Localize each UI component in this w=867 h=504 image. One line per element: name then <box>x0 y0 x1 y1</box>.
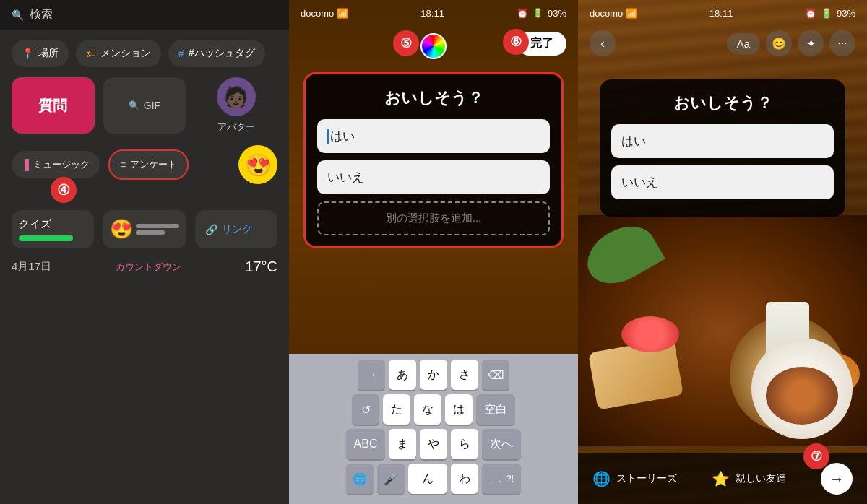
key-ha[interactable]: は <box>445 394 473 425</box>
wifi-icon: 📶 <box>337 8 348 19</box>
p3-battery-icon: 🔋 <box>821 8 832 19</box>
place-icon: 📍 <box>22 48 34 59</box>
place-sticker-btn[interactable]: 📍 場所 <box>12 40 69 67</box>
text-tool-btn[interactable]: Aa <box>727 33 760 54</box>
cursor <box>327 129 329 144</box>
more-tool-btn[interactable]: ··· <box>829 30 855 56</box>
music-label: ミュージック <box>33 158 90 171</box>
back-button[interactable]: ‹ <box>590 30 616 56</box>
alarm-icon: ⏰ <box>517 8 528 19</box>
effects-icon: ✦ <box>806 37 816 51</box>
date-label: 4月17日 <box>12 260 51 274</box>
question-label: 質問 <box>38 96 67 116</box>
stories-label: ストーリーズ <box>616 472 677 485</box>
poll-option2[interactable]: いいえ <box>317 160 550 194</box>
gif-label: GIF <box>144 100 160 111</box>
p3-time: 18:11 <box>709 8 733 19</box>
anketo-icon: ≡ <box>120 159 126 170</box>
poll-add-option[interactable]: 別の選択肢を追加... <box>317 201 550 235</box>
key-sa[interactable]: さ <box>451 360 478 390</box>
key-wa[interactable]: わ <box>451 464 478 494</box>
music-icon: ▐ <box>22 159 29 170</box>
poll-option2-text: いいえ <box>327 169 364 186</box>
key-next[interactable]: 次へ <box>482 429 521 459</box>
panel3-poll-question: おいしそう？ <box>611 92 834 114</box>
emoji-poll-sticker-btn[interactable]: 😍 <box>103 210 186 248</box>
key-na[interactable]: な <box>414 394 441 425</box>
star-icon: ⭐ <box>712 470 730 487</box>
hashtag-sticker-btn[interactable]: # #ハッシュタグ <box>168 40 265 67</box>
hashtag-icon: # <box>178 48 184 59</box>
mention-sticker-btn[interactable]: 🏷 メンション <box>76 40 161 67</box>
keyboard-row1: → あ か さ ⌫ <box>292 360 575 390</box>
poll-question: おいしそう？ <box>317 87 550 109</box>
effects-tool-btn[interactable]: ✦ <box>798 30 824 56</box>
key-delete[interactable]: ⌫ <box>482 360 509 390</box>
countdown-label: カウントダウン <box>116 261 181 274</box>
panel2-statusbar: docomo 📶 18:11 ⏰ 🔋 93% <box>289 0 578 26</box>
avatar-label: アバター <box>217 121 255 134</box>
send-arrow-icon: → <box>829 471 844 487</box>
send-btn[interactable]: → <box>821 463 853 495</box>
key-ta[interactable]: た <box>383 394 410 425</box>
panel3-poll-option2: いいえ <box>611 165 834 199</box>
poll-editor-box: おいしそう？ はい いいえ 別の選択肢を追加... <box>303 72 564 248</box>
food-on-plate <box>766 367 838 425</box>
key-ma[interactable]: ま <box>389 429 416 459</box>
battery-pct: 93% <box>548 8 566 19</box>
p3-wifi-icon: 📶 <box>626 8 637 19</box>
panel-poll-editor: docomo 📶 18:11 ⏰ 🔋 93% 完了 ⑤ ⑥ おいしそう？ はい <box>289 0 578 504</box>
food-tomato <box>621 316 679 352</box>
close-friends-label: 親しい友達 <box>736 472 786 485</box>
hashtag-label: #ハッシュタグ <box>189 47 255 60</box>
stories-btn[interactable]: 🌐 ストーリーズ <box>592 470 677 487</box>
quiz-sticker-btn[interactable]: クイズ <box>12 210 94 248</box>
avatar-sticker-btn[interactable]: 🧑🏿 アバター <box>194 77 277 134</box>
key-globe[interactable]: 🌐 <box>346 464 374 494</box>
key-ya[interactable]: や <box>420 429 447 459</box>
link-label: リンク <box>222 223 252 236</box>
emoji-bars <box>136 224 179 235</box>
carrier-label: docomo <box>301 8 334 19</box>
quiz-bar <box>19 235 73 241</box>
key-undo[interactable]: ↺ <box>352 394 379 425</box>
panel-sticker-picker: 🔍 検索 📍 場所 🏷 メンション # #ハッシュタグ 質問 🔍 GIF 🧑🏿 … <box>0 0 289 504</box>
food-leaf <box>578 215 665 295</box>
link-icon: 🔗 <box>205 224 217 235</box>
panel3-statusbar: docomo 📶 18:11 ⏰ 🔋 93% <box>578 0 867 26</box>
key-arrow[interactable]: → <box>358 360 385 390</box>
link-sticker-btn[interactable]: 🔗 リンク <box>195 210 277 248</box>
search-input[interactable]: 検索 <box>30 7 53 22</box>
emoji-poll-inner: 😍 <box>110 218 179 240</box>
place-label: 場所 <box>38 47 59 60</box>
key-punct[interactable]: 、。?! <box>482 464 521 494</box>
color-wheel-btn[interactable] <box>420 33 447 59</box>
poll-option1[interactable]: はい <box>317 119 550 153</box>
key-a[interactable]: あ <box>389 360 416 390</box>
key-abc[interactable]: ABC <box>346 429 385 459</box>
panel3-topbar: ‹ Aa 😊 ✦ ··· <box>578 26 867 61</box>
anketo-label: アンケート <box>130 158 177 171</box>
key-ra[interactable]: ら <box>451 429 478 459</box>
question-sticker-btn[interactable]: 質問 <box>12 77 95 134</box>
quiz-label: クイズ <box>19 217 87 231</box>
music-sticker-btn[interactable]: ▐ ミュージック <box>12 151 100 178</box>
step4-badge: ④ <box>51 177 77 203</box>
key-space[interactable]: 空白 <box>476 394 515 425</box>
close-friends-btn[interactable]: ⭐ 親しい友達 <box>712 470 786 487</box>
p3-toolbar: Aa 😊 ✦ ··· <box>727 30 855 56</box>
anketo-sticker-btn[interactable]: ≡ アンケート <box>108 149 189 180</box>
search-bar[interactable]: 🔍 検索 <box>0 0 289 30</box>
statusbar-right: ⏰ 🔋 93% <box>517 8 566 19</box>
key-n[interactable]: ん <box>408 464 447 494</box>
panel3-poll-box: おいしそう？ はい いいえ <box>600 79 845 217</box>
step6-badge: ⑥ <box>503 29 529 55</box>
sticker-tool-btn[interactable]: 😊 <box>766 30 792 56</box>
key-ka[interactable]: か <box>420 360 447 390</box>
emoji-face: 😍 <box>110 218 133 240</box>
p3-alarm-icon: ⏰ <box>805 8 816 19</box>
search-gif-icon: 🔍 <box>129 100 139 110</box>
gif-sticker-btn[interactable]: 🔍 GIF <box>103 77 186 134</box>
key-mic[interactable]: 🎤 <box>377 464 405 494</box>
emoji-sticker-btn[interactable]: 😍 <box>238 145 277 184</box>
